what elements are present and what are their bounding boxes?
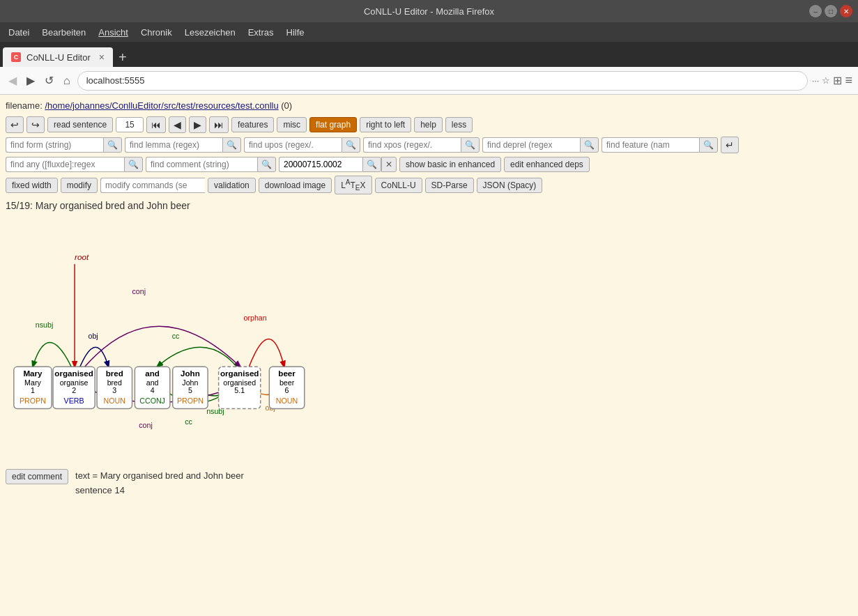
filename-path[interactable]: /home/johannes/ConlluEditor/src/test/res…	[45, 100, 278, 111]
find-deprel-search-button[interactable]: 🔍	[580, 137, 599, 153]
sentence-position: 15/19:	[6, 200, 33, 211]
sentence-id-clear-button[interactable]: ✕	[381, 157, 397, 172]
show-basic-button[interactable]: show basic in enhanced	[399, 157, 501, 172]
find-feature-search-button[interactable]: 🔍	[699, 137, 718, 153]
find-comment-search-button[interactable]: 🔍	[257, 157, 276, 172]
bookmark-icon[interactable]: ☆	[822, 75, 830, 86]
maximize-button[interactable]: □	[825, 5, 837, 17]
menu-chronik[interactable]: Chronik	[135, 25, 178, 40]
more-icon[interactable]: ···	[812, 75, 820, 86]
toolbar-row-4: fixed width modify validation download i…	[6, 176, 852, 194]
modify-commands-group	[100, 178, 205, 193]
svg-text:4: 4	[151, 387, 155, 395]
find-xpos-search-button[interactable]: 🔍	[461, 137, 480, 153]
svg-text:John: John	[181, 369, 200, 378]
close-tab-button[interactable]: ×	[99, 52, 105, 63]
find-deprel-input[interactable]	[482, 137, 580, 153]
find-form-input[interactable]	[6, 137, 103, 153]
cc-edge-top	[157, 348, 236, 367]
svg-text:5.1: 5.1	[234, 387, 245, 395]
address-input[interactable]	[77, 71, 808, 91]
new-tab-button[interactable]: +	[113, 49, 132, 66]
svg-text:PROPN: PROPN	[177, 396, 204, 405]
svg-text:NOUN: NOUN	[276, 396, 298, 405]
fixed-width-button[interactable]: fixed width	[6, 178, 58, 193]
menu-ansicht[interactable]: Ansicht	[93, 25, 134, 40]
reload-button[interactable]: ↺	[42, 72, 56, 88]
sentence-number-input[interactable]	[116, 117, 144, 132]
find-any-group: 🔍	[6, 157, 143, 172]
first-button[interactable]: ⏮	[146, 116, 166, 133]
find-upos-input[interactable]	[244, 137, 342, 153]
filename-bar: filename: /home/johannes/ConlluEditor/sr…	[6, 100, 852, 111]
last-button[interactable]: ⏭	[209, 116, 229, 133]
sentence-id-group: 🔍 ✕	[279, 157, 397, 172]
find-feature-input[interactable]	[602, 137, 699, 153]
find-deprel-group: 🔍	[482, 137, 599, 153]
find-any-search-button[interactable]: 🔍	[124, 157, 143, 172]
sentence-text: Mary organised bred and John beer	[36, 200, 190, 211]
svg-text:Mary: Mary	[24, 378, 41, 387]
find-xpos-input[interactable]	[363, 137, 461, 153]
svg-text:and: and	[146, 378, 159, 387]
menu-bearbeiten[interactable]: Bearbeiten	[36, 25, 91, 40]
extensions-icon[interactable]: ⊞	[833, 74, 842, 87]
sd-parse-button[interactable]: SD-Parse	[425, 178, 474, 193]
window-title: CoNLL-U Editor - Mozilla Firefox	[364, 6, 494, 17]
validation-button[interactable]: validation	[208, 178, 256, 193]
cc-label-bottom: cc	[185, 417, 192, 426]
undo-button[interactable]: ↩	[6, 116, 24, 133]
sentence-id-search-button[interactable]: 🔍	[362, 157, 381, 172]
close-window-button[interactable]: ✕	[840, 5, 852, 17]
find-any-input[interactable]	[6, 157, 124, 172]
right-to-left-button[interactable]: right to left	[360, 117, 411, 132]
back-button[interactable]: ◀	[6, 72, 20, 88]
toolbar-row-2: 🔍 🔍 🔍 🔍 🔍 🔍 ↵	[6, 137, 852, 153]
find-lemma-search-button[interactable]: 🔍	[222, 137, 241, 153]
svg-text:CCONJ: CCONJ	[139, 396, 165, 405]
edit-comment-button[interactable]: edit comment	[6, 469, 68, 484]
find-upos-search-button[interactable]: 🔍	[342, 137, 360, 153]
modify-commands-input[interactable]	[100, 178, 205, 193]
read-sentence-button[interactable]: read sentence	[47, 117, 113, 132]
modify-button[interactable]: modify	[61, 178, 98, 193]
find-comment-input[interactable]	[146, 157, 257, 172]
misc-button[interactable]: misc	[277, 117, 307, 132]
comment-line1: text = Mary organised bred and John beer	[75, 469, 244, 484]
graph-area: root conj nsubj obj cc orphan	[6, 218, 852, 455]
menu-hilfe[interactable]: Hilfe	[281, 25, 310, 40]
find-lemma-input[interactable]	[125, 137, 222, 153]
json-spacy-button[interactable]: JSON (Spacy)	[477, 178, 543, 193]
find-form-search-button[interactable]: 🔍	[103, 137, 122, 153]
minimize-button[interactable]: –	[809, 5, 822, 17]
conllu-button[interactable]: CoNLL-U	[375, 178, 422, 193]
sentence-id-input[interactable]	[279, 157, 362, 172]
svg-text:beer: beer	[279, 378, 295, 387]
flat-graph-button[interactable]: flat graph	[309, 117, 357, 132]
comment-line2: sentence 14	[75, 484, 244, 498]
features-button[interactable]: features	[231, 117, 274, 132]
menu-icon[interactable]: ≡	[845, 73, 852, 88]
next-button[interactable]: ▶	[189, 116, 206, 133]
menubar: Datei Bearbeiten Ansicht Chronik Lesezei…	[0, 22, 858, 42]
menu-lesezeichen[interactable]: Lesezeichen	[179, 25, 241, 40]
forward-button[interactable]: ▶	[24, 72, 38, 88]
svg-text:2: 2	[72, 387, 76, 395]
orphan-edge	[249, 339, 284, 367]
redo-button[interactable]: ↪	[26, 116, 45, 133]
edit-enhanced-button[interactable]: edit enhanced deps	[504, 157, 590, 172]
tab-favicon: C	[11, 52, 21, 62]
svg-text:VERB: VERB	[64, 396, 84, 405]
download-image-button[interactable]: download image	[259, 178, 332, 193]
menu-extras[interactable]: Extras	[243, 25, 279, 40]
browser-tab[interactable]: C CoNLL-U Editor ×	[3, 47, 113, 67]
menu-datei[interactable]: Datei	[3, 25, 35, 40]
help-button[interactable]: help	[414, 117, 443, 132]
comment-area: edit comment text = Mary organised bred …	[6, 469, 852, 498]
return-button[interactable]: ↵	[721, 137, 739, 153]
less-button[interactable]: less	[445, 117, 473, 132]
home-button[interactable]: ⌂	[61, 73, 73, 88]
prev-button[interactable]: ◀	[169, 116, 186, 133]
nsubj-edge	[33, 343, 71, 367]
latex-button[interactable]: LATEX	[335, 176, 371, 194]
